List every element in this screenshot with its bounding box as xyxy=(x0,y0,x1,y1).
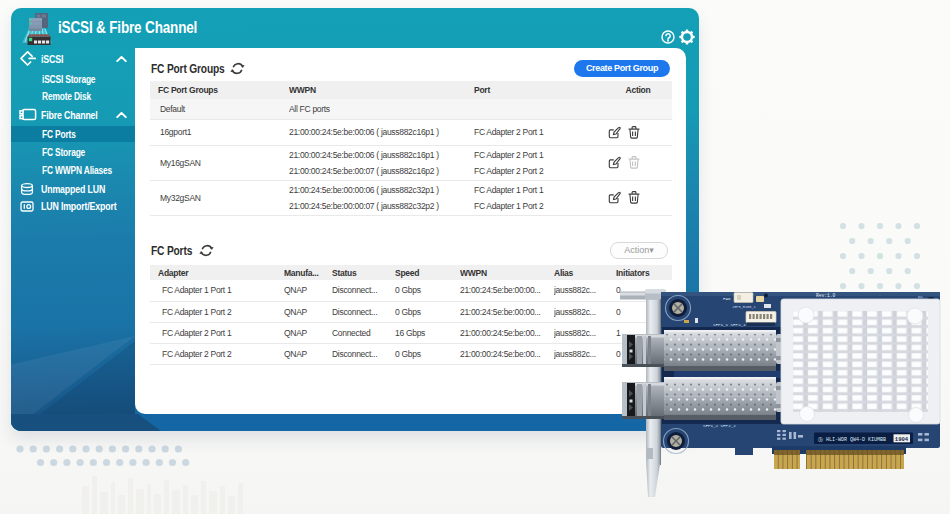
svg-text:Ⓢ HLI-WDR QW4-D KIUMBB: Ⓢ HLI-WDR QW4-D KIUMBB xyxy=(818,437,886,443)
svg-text:KU: KU xyxy=(918,295,922,299)
svg-text:Rev:1.0: Rev:1.0 xyxy=(816,293,836,298)
svg-text:1904: 1904 xyxy=(895,436,909,443)
svg-text:FAN: FAN xyxy=(723,297,731,301)
svg-text:SFP1_1 SFP2_1: SFP1_1 SFP2_1 xyxy=(713,323,746,327)
svg-text:J5P3_R105_1: J5P3_R105_1 xyxy=(732,305,756,309)
svg-text:SFP1_2 SFP2_2: SFP1_2 SFP2_2 xyxy=(703,424,736,428)
